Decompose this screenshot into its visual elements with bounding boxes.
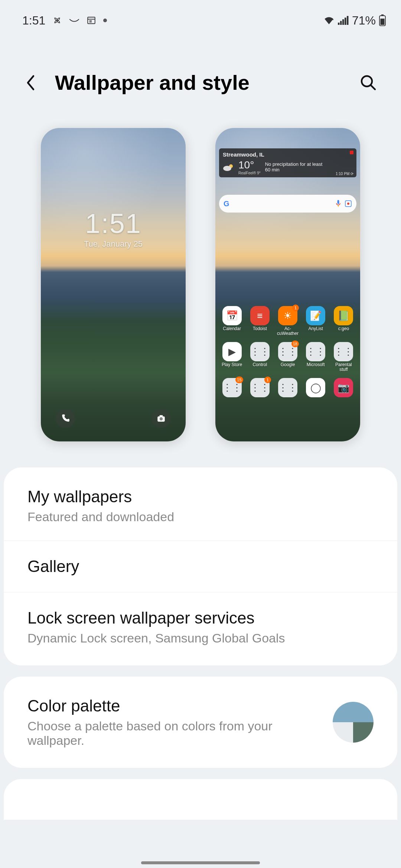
gallery-row[interactable]: Gallery [4,541,397,592]
lock-screen-services-row[interactable]: Lock screen wallpaper services Dynamic L… [4,592,397,662]
gesture-nav-handle[interactable] [141,861,260,864]
app-icon: ≡ [250,306,270,325]
app-item: 📝AnyList [303,306,329,336]
my-wallpapers-row[interactable]: My wallpapers Featured and downloaded [4,471,397,541]
lock-screen-preview[interactable]: 1:51 Tue, January 25 [41,128,186,441]
app-icon: ⋮⋮15 [222,378,242,397]
app-label: AnyList [309,326,323,336]
row-subtitle: Dynamic Lock screen, Samsung Global Goal… [27,631,374,645]
svg-rect-16 [160,415,163,417]
app-icon: 📗 [334,306,353,325]
svg-rect-7 [345,18,346,25]
app-label: c:geo [338,326,349,336]
app-label: Ac-cuWeather [275,326,300,336]
home-screen-preview[interactable]: Streamwood, IL 10° RealFeel® 9° No preci… [215,128,360,441]
next-card-peek[interactable] [4,779,397,820]
app-item: ⋮⋮ [275,378,300,397]
weather-updated: 1:10 PM ⟳ [336,172,353,176]
color-palette-card: Color palette Choose a palette based on … [4,677,397,768]
app-icon: ⋮⋮1 [250,378,270,397]
app-item: 📷 [331,378,356,397]
notification-badge: 1 [292,305,299,311]
notification-badge: 18 [291,341,299,347]
app-label: Calendar [223,326,241,336]
app-item: ⋮⋮Microsoft [303,342,329,372]
svg-rect-6 [342,19,344,25]
app-label: Play Store [222,362,242,372]
page-title: Wallpaper and style [55,70,343,95]
google-logo-icon: G [224,200,229,208]
app-icon: 📅 [222,306,242,325]
row-title: Gallery [27,557,374,576]
palette-preview-icon [333,702,374,743]
home-app-grid: 📅Calendar≡Todoist☀1Ac-cuWeather📝AnyList📗… [219,306,356,397]
signal-icon [338,16,349,25]
notification-badge: 1 [264,377,271,383]
svg-point-22 [347,203,349,205]
weather-widget: Streamwood, IL 10° RealFeel® 9° No preci… [219,148,356,177]
row-subtitle: Choose a palette based on colors from yo… [27,719,322,748]
app-icon: ☀1 [278,306,297,325]
more-notifications-dot [103,19,107,22]
weather-temp: 10° [238,159,261,171]
app-icon: ⋮⋮ [334,342,353,361]
app-label: Parental stuff [331,362,356,372]
phone-shortcut-icon [56,409,75,428]
search-button[interactable] [358,72,379,93]
wallpaper-sources-card: My wallpapers Featured and downloaded Ga… [4,467,397,665]
app-icon: ▶ [222,342,242,361]
row-subtitle: Featured and downloaded [27,510,374,524]
app-item: ⋮⋮15 [219,378,245,397]
news-icon [86,15,97,26]
app-item: ⋮⋮18Google [275,342,300,372]
svg-rect-19 [338,200,339,204]
svg-rect-8 [347,16,349,25]
notification-badge: 15 [235,377,243,383]
app-item: ⋮⋮Parental stuff [331,342,356,372]
swoosh-icon [69,15,79,26]
camera-shortcut-icon [151,409,171,428]
weather-city: Streamwood, IL [223,151,353,158]
weather-realfeel: RealFeel® 9° [238,171,261,175]
app-label: Microsoft [307,362,325,372]
app-icon: ⋮⋮ [250,342,270,361]
svg-rect-11 [380,19,384,25]
app-item: ☀1Ac-cuWeather [275,306,300,336]
lock-date: Tue, January 25 [41,239,186,249]
lens-icon [345,200,352,207]
wallpaper-previews: 1:51 Tue, January 25 Streamwood, IL 10° … [0,106,401,464]
svg-rect-4 [338,23,340,25]
back-button[interactable] [22,74,40,92]
app-label: Todoist [253,326,267,336]
app-item: ◯ [303,378,329,397]
svg-point-18 [223,166,231,171]
app-icon: 📷 [334,378,353,397]
refresh-icon: ⟳ [351,172,353,176]
app-label: Control [252,362,267,372]
app-item: 📅Calendar [219,306,245,336]
svg-line-13 [371,85,375,89]
battery-text: 71% [352,14,376,27]
weather-desc-1: No precipitation for at least [265,162,353,167]
status-bar: 1:51 71% [0,0,401,33]
app-icon: ⋮⋮18 [278,342,297,361]
app-label: Google [281,362,295,372]
row-title: My wallpapers [27,487,374,506]
header: Wallpaper and style [0,33,401,106]
app-item: ≡Todoist [247,306,273,336]
lock-time: 1:51 [41,208,186,239]
app-item: ⋮⋮Control [247,342,273,372]
svg-rect-0 [88,17,95,23]
color-palette-row[interactable]: Color palette Choose a palette based on … [4,680,397,764]
wifi-icon [323,16,335,25]
svg-point-15 [160,417,163,421]
weather-cloud-icon [223,163,234,171]
app-icon: ◯ [306,378,325,397]
mic-icon [335,200,342,208]
row-title: Lock screen wallpaper services [27,609,374,627]
status-time: 1:51 [22,14,45,27]
pinwheel-icon [52,15,62,26]
google-search-bar: G [219,195,356,213]
svg-rect-5 [340,21,342,25]
row-title: Color palette [27,697,322,715]
